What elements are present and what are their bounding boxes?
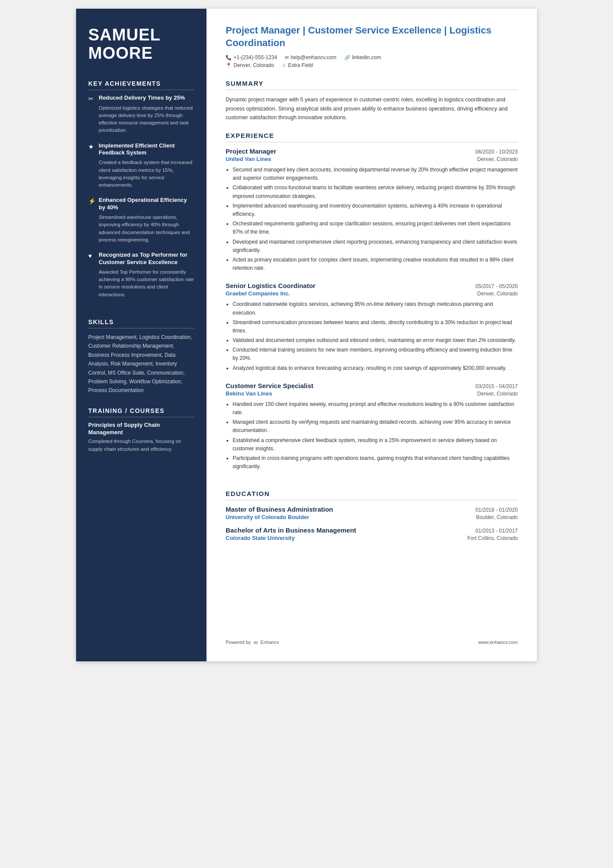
skills-section: SKILLS Project Management, Logistics Coo… bbox=[88, 318, 194, 395]
bullet: Streamlined communication processes betw… bbox=[233, 318, 518, 335]
exp-dates-1: 06/2020 - 10/2023 bbox=[476, 149, 518, 155]
contact-linkedin: 🔗 linkedin.com bbox=[344, 54, 381, 60]
bullet: Managed client accounts by verifying req… bbox=[233, 418, 518, 435]
achievement-icon-1: ✂ bbox=[88, 95, 95, 102]
exp-job-title-2: Senior Logistics Coordinator bbox=[226, 282, 316, 289]
education-section: EDUCATION Master of Business Administrat… bbox=[226, 490, 518, 547]
sidebar: SAMUEL MOORE KEY ACHIEVEMENTS ✂ Reduced … bbox=[76, 9, 207, 661]
achievement-title-1: Reduced Delivery Times by 25% bbox=[99, 94, 185, 102]
achievement-icon-2: ★ bbox=[88, 143, 95, 150]
website-label: www.enhancv.com bbox=[478, 640, 518, 645]
achievement-item-2: ★ Implemented Efficient Client Feedback … bbox=[88, 142, 194, 189]
contact-row: 📞 +1-(234)-555-1234 ✉ help@enhancv.com 🔗… bbox=[226, 54, 518, 60]
enhancv-logo-icon: ∞ bbox=[253, 639, 258, 646]
experience-section: EXPERIENCE Project Manager 06/2020 - 10/… bbox=[226, 132, 518, 480]
footer-left: Powered by ∞ Enhancv bbox=[226, 639, 279, 646]
edu-dates-2: 01/2013 - 01/2017 bbox=[476, 528, 518, 534]
bullet: Analyzed logistical data to enhance fore… bbox=[233, 364, 518, 372]
edu-degree-1: Master of Business Administration bbox=[226, 506, 333, 513]
bullet: Collaborated with cross-functional teams… bbox=[233, 184, 518, 200]
exp-bullets-2: Coordinated nationwide logistics service… bbox=[226, 300, 518, 372]
experience-section-title: EXPERIENCE bbox=[226, 132, 518, 142]
main-header-title: Project Manager | Customer Service Excel… bbox=[226, 24, 518, 49]
achievement-desc-4: Awarded Top Performer for consistently a… bbox=[88, 268, 194, 298]
training-section: TRAINING / COURSES Principles of Supply … bbox=[88, 407, 194, 453]
bullet: Participated in cross-training programs … bbox=[233, 454, 518, 471]
bullet: Acted as primary escalation point for co… bbox=[233, 256, 518, 272]
exp-location-1: Denver, Colorado bbox=[477, 156, 518, 162]
achievement-icon-4: ♥ bbox=[88, 252, 95, 259]
bullet: Established a comprehensive client feedb… bbox=[233, 436, 518, 453]
exp-job-title-3: Customer Service Specialist bbox=[226, 382, 313, 389]
summary-text: Dynamic project manager with 5 years of … bbox=[226, 95, 518, 122]
linkedin-icon: 🔗 bbox=[344, 55, 350, 60]
resume-container: SAMUEL MOORE KEY ACHIEVEMENTS ✂ Reduced … bbox=[76, 9, 537, 661]
bullet: Developed and maintained comprehensive c… bbox=[233, 238, 518, 255]
education-section-title: EDUCATION bbox=[226, 490, 518, 500]
bullet: Coordinated nationwide logistics service… bbox=[233, 300, 518, 317]
exp-job-title-1: Project Manager bbox=[226, 147, 277, 155]
footer-right: www.enhancv.com bbox=[478, 640, 518, 645]
phone-icon: 📞 bbox=[226, 55, 232, 60]
achievement-item-3: ⚡ Enhanced Operational Efficiency by 40%… bbox=[88, 197, 194, 244]
bullet: Validated and documented complex outboun… bbox=[233, 336, 518, 345]
summary-section: SUMMARY Dynamic project manager with 5 y… bbox=[226, 80, 518, 122]
location-icon: 📍 bbox=[226, 63, 232, 68]
main-content: Project Manager | Customer Service Excel… bbox=[207, 9, 537, 661]
star-icon: ☆ bbox=[282, 63, 286, 68]
achievement-title-4: Recognized as Top Performer for Customer… bbox=[99, 251, 194, 266]
exp-entry-3: Customer Service Specialist 03/2015 - 04… bbox=[226, 382, 518, 471]
footer: Powered by ∞ Enhancv www.enhancv.com bbox=[226, 630, 518, 646]
training-item-title-1: Principles of Supply Chain Management bbox=[88, 422, 194, 436]
candidate-name: SAMUEL MOORE bbox=[88, 26, 194, 63]
exp-company-2: Graebel Companies Inc. bbox=[226, 290, 290, 297]
edu-entry-2: Bachelor of Arts in Business Management … bbox=[226, 526, 518, 541]
contact-email: ✉ help@enhancv.com bbox=[285, 54, 336, 60]
contact-extra: ☆ Extra Field bbox=[282, 62, 313, 68]
exp-bullets-3: Handled over 150 client inquiries weekly… bbox=[226, 400, 518, 471]
summary-section-title: SUMMARY bbox=[226, 80, 518, 90]
edu-dates-1: 01/2018 - 01/2020 bbox=[476, 507, 518, 513]
email-icon: ✉ bbox=[285, 55, 289, 60]
contact-phone: 📞 +1-(234)-555-1234 bbox=[226, 54, 277, 60]
bullet: Conducted internal training sessions for… bbox=[233, 346, 518, 362]
bullet: Orchestrated requirements gathering and … bbox=[233, 220, 518, 236]
bullet: Handled over 150 client inquiries weekly… bbox=[233, 400, 518, 417]
exp-dates-3: 03/2015 - 04/2017 bbox=[476, 383, 518, 389]
edu-location-1: Boulder, Colorado bbox=[476, 514, 518, 520]
exp-bullets-1: Secured and managed key client accounts,… bbox=[226, 166, 518, 272]
edu-school-1: University of Colorado Boulder bbox=[226, 514, 309, 520]
achievement-desc-1: Optimized logistics strategies that redu… bbox=[88, 104, 194, 134]
skills-text: Project Management, Logistics Coordinati… bbox=[88, 333, 194, 395]
contact-row-2: 📍 Denver, Colorado ☆ Extra Field bbox=[226, 62, 518, 68]
contact-location: 📍 Denver, Colorado bbox=[226, 62, 274, 68]
key-achievements-section: KEY ACHIEVEMENTS ✂ Reduced Delivery Time… bbox=[88, 80, 194, 306]
exp-entry-2: Senior Logistics Coordinator 05/2017 - 0… bbox=[226, 282, 518, 372]
exp-location-2: Denver, Colorado bbox=[477, 291, 518, 297]
achievement-item-1: ✂ Reduced Delivery Times by 25% Optimize… bbox=[88, 94, 194, 134]
achievement-desc-3: Streamlined warehouse operations, improv… bbox=[88, 214, 194, 244]
skills-title: SKILLS bbox=[88, 318, 194, 328]
achievement-item-4: ♥ Recognized as Top Performer for Custom… bbox=[88, 251, 194, 298]
exp-location-3: Denver, Colorado bbox=[477, 391, 518, 397]
powered-by-label: Powered by bbox=[226, 640, 251, 645]
edu-location-2: Fort Collins, Colorado bbox=[467, 535, 518, 541]
exp-dates-2: 05/2017 - 05/2020 bbox=[476, 283, 518, 289]
brand-name: Enhancv bbox=[260, 640, 279, 645]
exp-company-1: United Van Lines bbox=[226, 156, 271, 162]
edu-entry-1: Master of Business Administration 01/201… bbox=[226, 506, 518, 520]
exp-company-3: Bekins Van Lines bbox=[226, 390, 272, 397]
exp-entry-1: Project Manager 06/2020 - 10/2023 United… bbox=[226, 147, 518, 272]
achievement-title-2: Implemented Efficient Client Feedback Sy… bbox=[99, 142, 194, 157]
edu-school-2: Colorado State University bbox=[226, 535, 295, 541]
training-title: TRAINING / COURSES bbox=[88, 407, 194, 417]
achievement-icon-3: ⚡ bbox=[88, 198, 95, 204]
main-header: Project Manager | Customer Service Excel… bbox=[226, 24, 518, 70]
edu-degree-2: Bachelor of Arts in Business Management bbox=[226, 526, 356, 534]
bullet: Secured and managed key client accounts,… bbox=[233, 166, 518, 182]
achievement-title-3: Enhanced Operational Efficiency by 40% bbox=[99, 197, 194, 211]
key-achievements-title: KEY ACHIEVEMENTS bbox=[88, 80, 194, 90]
achievement-desc-2: Created a feedback system that increased… bbox=[88, 159, 194, 189]
bullet: Implemented advanced warehousing and inv… bbox=[233, 202, 518, 218]
training-item-desc-1: Completed through Coursera, focusing on … bbox=[88, 438, 194, 453]
